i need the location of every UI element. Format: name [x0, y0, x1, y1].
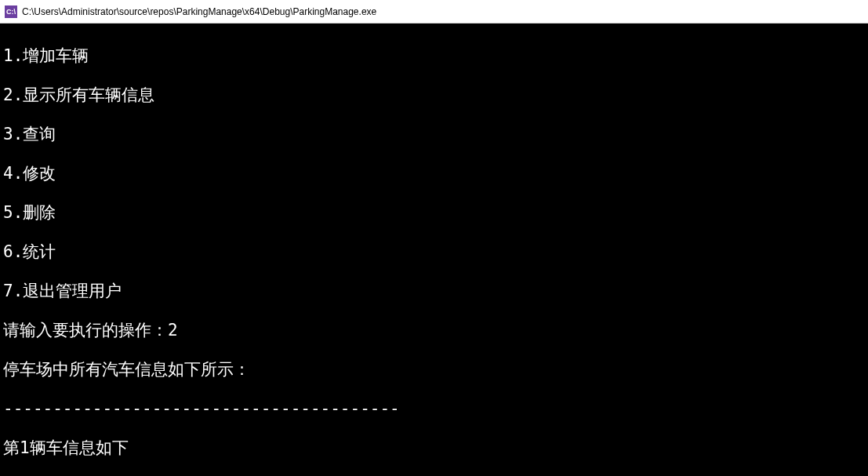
- menu-item-1: 1.增加车辆: [3, 46, 865, 66]
- window-titlebar: C:\ C:\Users\Administrator\source\repos\…: [0, 0, 868, 24]
- menu-item-4: 4.修改: [3, 164, 865, 183]
- car-1-heading: 第1辆车信息如下: [3, 438, 865, 458]
- prompt-label: 请输入要执行的操作：: [3, 321, 168, 340]
- prompt-line: 请输入要执行的操作：2: [3, 321, 865, 340]
- app-icon: C:\: [5, 5, 17, 18]
- menu-item-5: 5.删除: [3, 203, 865, 223]
- prompt-value: 2: [168, 321, 178, 340]
- list-header: 停车场中所有汽车信息如下所示：: [3, 360, 865, 380]
- menu-item-7: 7.退出管理用户: [3, 282, 865, 301]
- separator: ----------------------------------------: [3, 399, 865, 419]
- window-title: C:\Users\Administrator\source\repos\Park…: [22, 6, 376, 17]
- menu-item-6: 6.统计: [3, 242, 865, 262]
- menu-item-3: 3.查询: [3, 125, 865, 144]
- menu-item-2: 2.显示所有车辆信息: [3, 85, 865, 105]
- console-output[interactable]: 1.增加车辆 2.显示所有车辆信息 3.查询 4.修改 5.删除 6.统计 7.…: [0, 24, 868, 476]
